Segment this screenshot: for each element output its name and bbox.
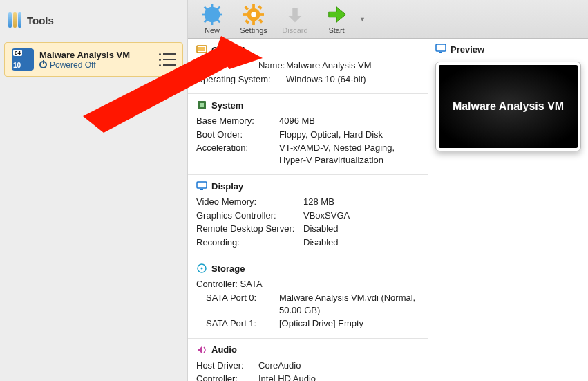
svg-point-28 [201, 268, 203, 270]
storage-port0-value: Malware Analysis VM.vdi (Normal, 50.00 G… [279, 292, 419, 316]
general-name-label: Name: [196, 59, 286, 72]
new-label: New [205, 26, 220, 35]
display-rdp-value: Disabled [303, 223, 419, 235]
tools-icon [8, 12, 21, 28]
discard-label: Discard [282, 26, 307, 35]
tools-label: Tools [27, 15, 54, 26]
display-gctrl-label: Graphics Controller: [196, 210, 303, 222]
start-dropdown-arrow[interactable]: ▼ [359, 16, 366, 23]
vm-item-menu-button[interactable] [162, 53, 177, 66]
section-system[interactable]: System [196, 100, 419, 111]
svg-rect-22 [198, 47, 205, 51]
section-general[interactable]: General [196, 44, 419, 55]
section-storage[interactable]: Storage [196, 263, 419, 274]
section-audio[interactable]: Audio [196, 344, 419, 355]
settings-button[interactable]: Settings [239, 4, 268, 35]
system-icon [196, 100, 207, 111]
svg-point-12 [251, 12, 256, 17]
start-button[interactable]: Start [322, 4, 351, 35]
start-icon [326, 4, 347, 25]
svg-rect-15 [243, 13, 247, 16]
settings-icon [243, 4, 264, 25]
preview-thumbnail[interactable]: Malware Analysis VM [435, 62, 581, 151]
discard-icon [285, 4, 305, 25]
audio-ctrl-value: Intel HD Audio [258, 373, 419, 381]
svg-rect-14 [252, 21, 255, 25]
tools-header[interactable]: Tools [0, 0, 187, 39]
system-accel-label: Acceleration: [196, 142, 279, 166]
new-icon [202, 4, 222, 25]
display-gctrl-value: VBoxSVGA [303, 210, 419, 222]
system-boot-label: Boot Order: [196, 129, 279, 141]
toolbar: New Settings Discard Start ▼ [188, 0, 588, 39]
general-icon [196, 44, 207, 55]
svg-rect-13 [252, 4, 255, 8]
svg-rect-20 [245, 19, 249, 24]
svg-rect-16 [260, 13, 264, 16]
svg-rect-25 [197, 182, 207, 188]
svg-line-10 [205, 19, 207, 22]
vm-status: Powered Off [39, 60, 130, 70]
storage-controller-label: Controller: SATA [196, 278, 279, 290]
storage-icon [196, 263, 207, 274]
preview-thumbnail-text: Malware Analysis VM [439, 65, 578, 148]
settings-label: Settings [240, 26, 267, 35]
power-icon [39, 61, 47, 68]
general-name-value: Malware Analysis VM [286, 59, 419, 72]
svg-line-9 [218, 6, 220, 9]
display-rec-label: Recording: [196, 236, 303, 249]
display-icon [196, 180, 207, 192]
display-vidmem-value: 128 MB [303, 196, 419, 208]
general-os-label: Operating System: [196, 73, 286, 86]
storage-port0-label: SATA Port 0: [196, 292, 279, 316]
discard-button: Discard [281, 4, 310, 35]
storage-port1-label: SATA Port 1: [196, 317, 279, 330]
display-rec-value: Disabled [303, 236, 419, 249]
details-panel: General Name:Malware Analysis VM Operati… [188, 39, 428, 381]
start-label: Start [328, 26, 344, 35]
svg-line-7 [205, 6, 207, 9]
vm-os-icon: 10 [12, 48, 34, 71]
svg-rect-17 [244, 6, 249, 10]
audio-ctrl-label: Controller: [196, 373, 258, 381]
vm-name: Malware Analysis VM [39, 50, 130, 60]
new-button[interactable]: New [198, 4, 227, 35]
audio-hostdrv-value: CoreAudio [258, 360, 419, 372]
system-boot-value: Floppy, Optical, Hard Disk [279, 129, 419, 141]
section-display[interactable]: Display [196, 180, 419, 192]
audio-icon [196, 344, 207, 355]
svg-rect-18 [258, 19, 263, 24]
svg-rect-19 [258, 5, 263, 10]
display-rdp-label: Remote Desktop Server: [196, 223, 303, 235]
preview-icon [435, 43, 446, 56]
svg-rect-24 [200, 103, 204, 107]
general-os-value: Windows 10 (64-bit) [286, 73, 419, 86]
svg-rect-33 [436, 44, 446, 51]
svg-rect-26 [200, 189, 203, 190]
preview-panel: Preview Malware Analysis VM [428, 39, 588, 381]
storage-port1-value: [Optical Drive] Empty [279, 317, 419, 330]
section-preview[interactable]: Preview [435, 43, 581, 56]
vm-list-item[interactable]: 10 Malware Analysis VM Powered Off [4, 42, 183, 77]
system-basemem-value: 4096 MB [279, 115, 419, 127]
audio-hostdrv-label: Host Driver: [196, 360, 258, 372]
svg-rect-34 [439, 52, 442, 53]
system-accel-value: VT-x/AMD-V, Nested Paging, Hyper-V Parav… [279, 142, 417, 166]
system-basemem-label: Base Memory: [196, 115, 279, 127]
svg-line-8 [218, 19, 220, 22]
display-vidmem-label: Video Memory: [196, 196, 303, 208]
